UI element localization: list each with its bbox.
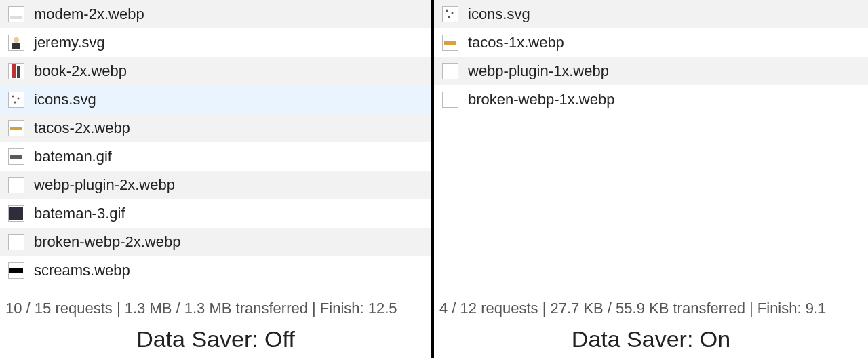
- pane-left: modem-2x.webpjeremy.svgbook-2x.webpicons…: [0, 0, 434, 358]
- svg-rect-18: [9, 207, 23, 220]
- file-name: tacos-1x.webp: [468, 34, 564, 52]
- file-name: webp-plugin-2x.webp: [34, 176, 175, 194]
- svg-rect-16: [9, 178, 24, 193]
- file-row[interactable]: jeremy.svg: [0, 28, 431, 57]
- spacer: [434, 114, 868, 296]
- status-bar-right: 4 / 12 requests | 27.7 KB / 55.9 KB tran…: [434, 296, 868, 320]
- svg-point-11: [14, 102, 16, 104]
- svg-point-3: [14, 37, 19, 43]
- tacos-icon: [8, 120, 24, 136]
- file-name: icons.svg: [468, 5, 530, 23]
- comparison-wrapper: modem-2x.webpjeremy.svgbook-2x.webpicons…: [0, 0, 868, 358]
- file-row[interactable]: webp-plugin-1x.webp: [434, 57, 868, 85]
- dots-icon: [442, 6, 458, 22]
- file-name: broken-webp-2x.webp: [34, 233, 180, 251]
- svg-point-9: [12, 96, 14, 98]
- svg-rect-21: [9, 268, 23, 273]
- spacer: [0, 285, 431, 296]
- svg-rect-29: [443, 92, 458, 108]
- caption-left: Data Saver: Off: [0, 320, 431, 358]
- file-name: bateman-3.gif: [34, 205, 125, 222]
- svg-rect-4: [12, 43, 20, 49]
- file-name: tacos-2x.webp: [34, 119, 130, 137]
- svg-rect-28: [443, 64, 458, 79]
- file-name: broken-webp-1x.webp: [468, 91, 614, 108]
- svg-rect-15: [10, 155, 22, 159]
- caption-right: Data Saver: On: [434, 320, 868, 358]
- file-row[interactable]: icons.svg: [0, 85, 431, 114]
- file-row[interactable]: tacos-2x.webp: [0, 114, 431, 142]
- file-name: jeremy.svg: [34, 34, 105, 52]
- file-name: book-2x.webp: [34, 62, 127, 80]
- file-name: webp-plugin-1x.webp: [468, 62, 609, 80]
- svg-point-25: [448, 16, 450, 18]
- pane-right: icons.svgtacos-1x.webpwebp-plugin-1x.web…: [434, 0, 868, 358]
- svg-rect-19: [9, 235, 24, 250]
- dots-icon: [8, 92, 24, 108]
- tacos-icon: [442, 35, 458, 51]
- file-name: screams.webp: [34, 262, 130, 279]
- blackbar-icon: [8, 262, 24, 279]
- file-name: bateman.gif: [34, 148, 112, 165]
- svg-rect-13: [10, 127, 22, 130]
- svg-rect-8: [9, 92, 24, 108]
- file-name: modem-2x.webp: [34, 5, 144, 23]
- file-row[interactable]: icons.svg: [434, 0, 868, 28]
- file-row[interactable]: modem-2x.webp: [0, 0, 431, 28]
- svg-point-10: [18, 98, 20, 100]
- book-icon: [8, 63, 24, 79]
- modem-icon: [8, 6, 24, 22]
- file-list-right: icons.svgtacos-1x.webpwebp-plugin-1x.web…: [434, 0, 868, 114]
- file-name: icons.svg: [34, 91, 96, 108]
- empty-icon: [442, 63, 458, 79]
- svg-rect-5: [9, 64, 24, 79]
- file-row[interactable]: broken-webp-2x.webp: [0, 228, 431, 256]
- empty-icon: [8, 234, 24, 250]
- darkbar-icon: [8, 148, 24, 165]
- empty-icon: [442, 92, 458, 108]
- file-row[interactable]: bateman.gif: [0, 142, 431, 171]
- person-icon: [8, 35, 24, 51]
- darkfill-icon: [8, 205, 24, 222]
- svg-point-23: [446, 10, 448, 12]
- file-list-left: modem-2x.webpjeremy.svgbook-2x.webpicons…: [0, 0, 431, 285]
- svg-rect-7: [17, 66, 20, 78]
- svg-point-24: [452, 12, 454, 14]
- svg-rect-27: [444, 41, 456, 45]
- svg-rect-22: [443, 7, 458, 22]
- file-row[interactable]: tacos-1x.webp: [434, 28, 868, 57]
- status-bar-left: 10 / 15 requests | 1.3 MB / 1.3 MB trans…: [0, 296, 431, 320]
- file-row[interactable]: book-2x.webp: [0, 57, 431, 85]
- file-row[interactable]: screams.webp: [0, 256, 431, 285]
- svg-rect-0: [9, 7, 24, 22]
- svg-rect-1: [10, 16, 22, 19]
- file-row[interactable]: bateman-3.gif: [0, 199, 431, 228]
- empty-icon: [8, 177, 24, 193]
- svg-rect-6: [12, 64, 16, 78]
- file-row[interactable]: webp-plugin-2x.webp: [0, 171, 431, 199]
- file-row[interactable]: broken-webp-1x.webp: [434, 85, 868, 114]
